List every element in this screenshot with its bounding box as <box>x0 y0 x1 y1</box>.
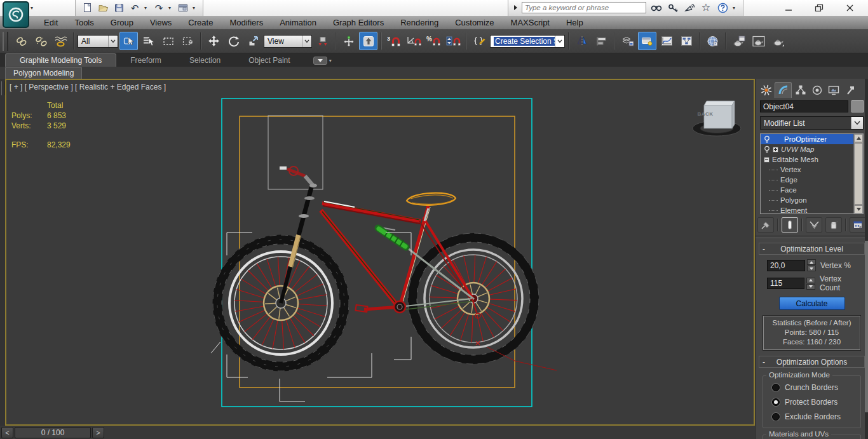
radio-selected-icon[interactable] <box>772 398 780 406</box>
stack-item-polygon[interactable]: Polygon <box>761 195 853 205</box>
rollout-header-optimization-level[interactable]: - Optimization Level <box>759 243 865 255</box>
vertex-percent-field[interactable]: 20,0 <box>767 260 805 271</box>
make-unique-button[interactable] <box>806 217 822 233</box>
menu-animation[interactable]: Animation <box>271 16 325 29</box>
ribbon-tab-selection[interactable]: Selection <box>175 54 234 67</box>
crunch-borders-option[interactable]: Crunch Borders <box>772 383 855 392</box>
viewport-label[interactable]: [ + ] [ Perspective ] [ Realistic + Edge… <box>10 83 166 91</box>
lightbulb-icon[interactable] <box>764 145 770 154</box>
edit-named-selection-sets-button[interactable] <box>470 32 489 50</box>
select-and-link-button[interactable] <box>12 32 31 50</box>
select-object-button[interactable] <box>119 32 138 50</box>
scrollbar-thumb[interactable] <box>854 143 863 205</box>
remove-modifier-button[interactable] <box>825 217 842 233</box>
ribbon-overflow-button[interactable]: ▾ <box>313 57 334 65</box>
rendered-frame-window-button[interactable] <box>749 32 768 50</box>
menu-rendering[interactable]: Rendering <box>392 16 447 29</box>
favorites-star-icon[interactable]: ☆ <box>700 2 712 13</box>
scroll-down-icon[interactable] <box>854 205 863 213</box>
expander-minus-icon[interactable] <box>764 157 770 163</box>
help-flyout-icon[interactable]: ▾ <box>733 5 738 11</box>
object-name-field[interactable]: Object04 <box>760 100 848 112</box>
toolbar-grip[interactable] <box>3 32 8 51</box>
previous-frame-button[interactable]: < <box>1 427 13 438</box>
render-setup-button[interactable] <box>729 32 748 50</box>
scroll-up-icon[interactable] <box>854 134 863 142</box>
ribbon-tab-freeform[interactable]: Freeform <box>116 54 175 67</box>
communication-center-icon[interactable] <box>683 2 696 13</box>
render-production-button[interactable] <box>769 32 787 50</box>
unlink-selection-button[interactable] <box>32 32 50 50</box>
menu-modifiers[interactable]: Modifiers <box>221 16 271 29</box>
radio-icon[interactable] <box>772 413 780 421</box>
search-expand-icon[interactable] <box>513 4 518 11</box>
ribbon-tab-object-paint[interactable]: Object Paint <box>234 54 304 67</box>
bind-to-space-warp-button[interactable] <box>51 32 70 50</box>
help-icon[interactable] <box>716 2 729 13</box>
pin-stack-button[interactable] <box>757 217 774 233</box>
new-scene-button[interactable] <box>81 2 93 13</box>
show-end-result-button[interactable] <box>782 217 798 233</box>
tab-display[interactable] <box>825 82 841 98</box>
open-file-button[interactable] <box>97 2 109 13</box>
exclude-borders-option[interactable]: Exclude Borders <box>772 412 855 421</box>
menu-graph-editors[interactable]: Graph Editors <box>325 16 392 29</box>
tab-motion[interactable] <box>809 82 825 98</box>
stack-item-element[interactable]: Element <box>761 205 853 214</box>
select-by-name-button[interactable] <box>139 32 158 50</box>
minimize-button[interactable] <box>782 3 796 14</box>
tab-modify[interactable] <box>775 82 792 98</box>
ribbon-panel-polygon-modeling[interactable]: Polygon Modeling <box>5 67 82 79</box>
align-button[interactable] <box>592 32 611 50</box>
subscription-key-icon[interactable] <box>667 2 679 13</box>
search-input[interactable] <box>522 2 646 13</box>
vertex-count-spinner[interactable] <box>806 278 815 290</box>
viewcube-face-label[interactable]: BACK <box>691 111 719 117</box>
tab-utilities[interactable] <box>842 82 858 98</box>
command-panel-scrollbar[interactable] <box>865 79 868 439</box>
rectangular-selection-region-button[interactable] <box>159 32 177 50</box>
menu-customize[interactable]: Customize <box>447 16 502 29</box>
perspective-viewport[interactable]: [ + ] [ Perspective ] [ Realistic + Edge… <box>5 79 755 426</box>
protect-borders-option[interactable]: Protect Borders <box>772 398 855 407</box>
manage-layers-button[interactable] <box>618 32 637 50</box>
menu-create[interactable]: Create <box>180 16 221 29</box>
toggle-ribbon-button[interactable] <box>638 32 656 50</box>
lightbulb-icon[interactable] <box>764 135 770 144</box>
menu-maxscript[interactable]: MAXScript <box>503 16 558 29</box>
scrollbar-thumb[interactable] <box>865 241 868 412</box>
ribbon-tab-graphite-modeling-tools[interactable]: Graphite Modeling Tools <box>5 53 116 67</box>
object-color-swatch[interactable] <box>851 100 864 112</box>
modifier-list-dropdown[interactable]: Modifier List <box>760 116 864 130</box>
next-frame-button[interactable]: > <box>92 427 104 438</box>
modifier-stack[interactable]: ProOptimizer UVW Map Editable Mesh Verte… <box>760 133 864 214</box>
stack-item-edge[interactable]: Edge <box>761 175 853 185</box>
workspace-flyout-icon[interactable]: ▾ <box>193 5 198 11</box>
use-pivot-point-center-button[interactable] <box>313 32 332 50</box>
menu-help[interactable]: Help <box>558 16 592 29</box>
reference-coordinate-system-dropdown[interactable]: View <box>264 35 312 48</box>
curve-editor-button[interactable] <box>658 32 676 50</box>
schematic-view-button[interactable] <box>677 32 696 50</box>
select-and-scale-button[interactable] <box>244 32 262 50</box>
search-icon[interactable] <box>650 2 663 13</box>
app-menu-flyout-icon[interactable]: ▾ <box>31 5 36 11</box>
menu-edit[interactable]: Edit <box>36 16 66 29</box>
undo-flyout-icon[interactable]: ▾ <box>144 5 149 11</box>
restore-button[interactable] <box>812 3 826 14</box>
redo-button[interactable]: ↷ <box>153 2 165 13</box>
angle-snap-toggle-button[interactable] <box>405 32 423 50</box>
redo-flyout-icon[interactable]: ▾ <box>168 5 173 11</box>
vertex-count-field[interactable]: 115 <box>767 278 804 289</box>
vertex-percent-spinner[interactable] <box>807 259 816 271</box>
menu-tools[interactable]: Tools <box>66 16 102 29</box>
expander-plus-icon[interactable] <box>773 147 778 152</box>
window-crossing-toggle-button[interactable] <box>179 32 197 50</box>
manage-workspaces-button[interactable] <box>177 2 189 13</box>
radio-icon[interactable] <box>772 384 780 391</box>
save-file-button[interactable] <box>112 2 125 13</box>
viewport-canvas[interactable] <box>6 80 754 424</box>
rollout-header-optimization-options[interactable]: - Optimization Options <box>759 356 865 368</box>
stack-item-uvw-map[interactable]: UVW Map <box>761 144 853 154</box>
select-and-manipulate-button[interactable] <box>339 32 358 50</box>
